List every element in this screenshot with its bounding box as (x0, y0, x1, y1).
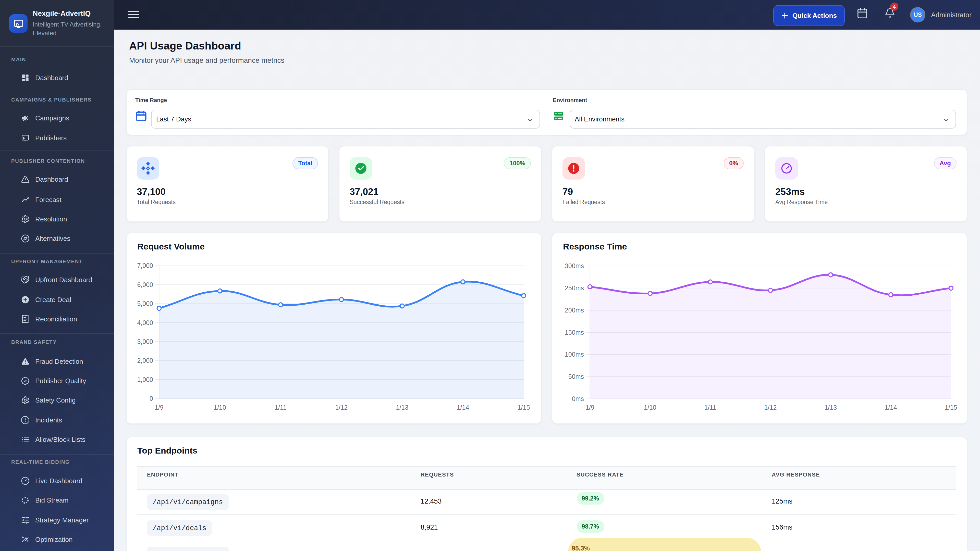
svg-text:2,000: 2,000 (137, 357, 153, 364)
svg-text:250ms: 250ms (565, 284, 584, 292)
svg-text:0ms: 0ms (572, 395, 584, 402)
svg-text:200ms: 200ms (565, 306, 584, 314)
svg-text:1/10: 1/10 (213, 404, 226, 411)
svg-text:3,000: 3,000 (137, 338, 153, 345)
svg-text:1/9: 1/9 (155, 404, 164, 411)
svg-text:1/12: 1/12 (335, 404, 348, 411)
svg-text:1/9: 1/9 (585, 404, 594, 411)
svg-text:1,000: 1,000 (137, 376, 153, 383)
svg-text:1/15: 1/15 (945, 404, 957, 411)
svg-text:6,000: 6,000 (137, 281, 153, 288)
svg-text:300ms: 300ms (565, 262, 584, 269)
svg-text:1/15: 1/15 (517, 404, 530, 411)
svg-text:1/11: 1/11 (275, 404, 286, 411)
svg-text:1/10: 1/10 (644, 404, 656, 411)
svg-text:1/13: 1/13 (396, 404, 408, 411)
svg-text:1/14: 1/14 (885, 404, 897, 411)
svg-text:5,000: 5,000 (137, 300, 153, 307)
svg-text:1/12: 1/12 (764, 404, 777, 411)
svg-text:7,000: 7,000 (137, 262, 153, 269)
svg-text:1/11: 1/11 (704, 404, 716, 411)
svg-text:150ms: 150ms (565, 329, 584, 336)
svg-text:100ms: 100ms (565, 351, 584, 358)
svg-text:0: 0 (150, 395, 153, 402)
svg-text:50ms: 50ms (568, 373, 584, 380)
svg-text:1/14: 1/14 (457, 404, 469, 411)
svg-text:4,000: 4,000 (137, 319, 153, 326)
svg-text:1/13: 1/13 (824, 404, 837, 411)
